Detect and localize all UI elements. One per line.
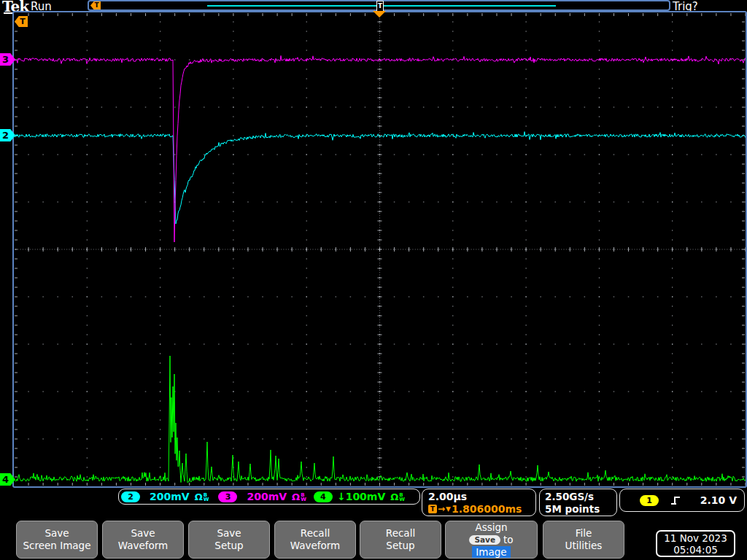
- channel-3-badge[interactable]: 3: [218, 491, 237, 502]
- channel-2-readout[interactable]: 2 200mV ΩBW: [121, 491, 209, 502]
- bandwidth-badge: BW: [399, 493, 405, 502]
- channel-4-coupling: ΩBW: [390, 492, 405, 502]
- channel-2-coupling: ΩBW: [195, 492, 209, 502]
- record-trigger-flag-icon: T: [90, 1, 101, 9]
- date-time-display: 11 Nov 2023 05:04:05: [656, 530, 735, 557]
- channel-readouts: 2 200mV ΩBW 3 200mV ΩBW 4 ↓100mV ΩBW: [118, 489, 420, 505]
- time: 05:04:05: [673, 544, 718, 556]
- trigger-source-badge: 1: [640, 495, 659, 506]
- delay-arrow-icon: →: [438, 504, 445, 514]
- assign-target: Image: [472, 546, 510, 559]
- assign-save-button[interactable]: Assign Saveto Image: [445, 521, 538, 559]
- ch3-waveform: [14, 55, 746, 242]
- delay-marker-icon: ▼: [446, 505, 451, 513]
- trigger-delay-readout: T→▼1.806000ms: [428, 503, 530, 515]
- recall-waveform-button[interactable]: Recall Waveform: [274, 521, 356, 559]
- save-setup-button[interactable]: Save Setup: [188, 521, 270, 559]
- channel-3-readout[interactable]: 3 200mV ΩBW: [218, 491, 306, 502]
- expansion-point-triangle-icon[interactable]: [373, 11, 386, 18]
- save-pill: Save: [469, 535, 500, 545]
- date: 11 Nov 2023: [664, 532, 727, 544]
- timebase-scale: 2.00µs: [428, 491, 530, 502]
- channel-2-badge[interactable]: 2: [121, 491, 140, 502]
- rising-edge-icon: [670, 495, 681, 506]
- record-view-bar: T T: [88, 0, 670, 11]
- file-utilities-button[interactable]: File Utilities: [543, 521, 624, 559]
- delay-value: 1.806000ms: [452, 503, 522, 515]
- channel-4-badge[interactable]: 4: [314, 491, 333, 502]
- expansion-point-marker-icon[interactable]: T: [376, 1, 384, 12]
- oscilloscope-screen: Tek Run T T Trig? T 3 2 4 2 200mV ΩBW 3 …: [0, 0, 747, 560]
- save-screen-image-button[interactable]: Save Screen Image: [16, 521, 98, 559]
- trigger-readout[interactable]: 1 2.10 V: [619, 489, 745, 512]
- sample-rate: 2.50GS/s: [545, 491, 611, 503]
- assign-line2: Saveto: [469, 534, 513, 546]
- channel-3-scale: 200mV: [247, 491, 287, 502]
- record-length: 5M points: [545, 503, 611, 516]
- bandwidth-badge: BW: [204, 493, 209, 502]
- delay-trigger-icon: T: [428, 505, 437, 513]
- trigger-level: 2.10 V: [700, 494, 737, 506]
- waveform-display: [14, 12, 746, 486]
- timebase-readout[interactable]: 2.00µs T→▼1.806000ms: [422, 489, 536, 516]
- assign-line1: Assign: [475, 521, 507, 534]
- channel-4-scale: ↓100mV: [337, 491, 385, 502]
- acquisition-readout[interactable]: 2.50GS/s 5M points: [539, 489, 617, 516]
- channel-3-coupling: ΩBW: [292, 492, 306, 502]
- save-waveform-button[interactable]: Save Waveform: [102, 521, 184, 559]
- channel-2-scale: 200mV: [150, 491, 190, 502]
- bandwidth-badge: BW: [301, 493, 306, 502]
- channel-4-readout[interactable]: 4 ↓100mV ΩBW: [314, 491, 405, 502]
- recall-setup-button[interactable]: Recall Setup: [360, 521, 441, 559]
- graticule: [12, 11, 747, 488]
